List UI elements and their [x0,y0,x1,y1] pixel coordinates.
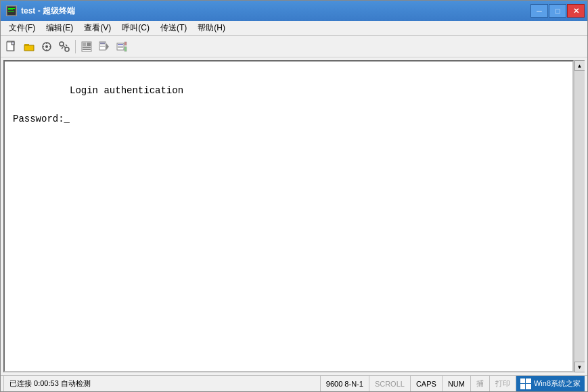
watermark: Win8系统之家 [516,376,585,391]
app-icon [6,5,17,16]
properties-button[interactable] [39,39,55,55]
watermark-text: Win8系统之家 [534,378,581,389]
transfer-button[interactable] [96,39,112,55]
svg-rect-21 [87,43,91,46]
toolbar-separator-1 [75,40,76,53]
titlebar: test - 超级终端 ─ □ ✕ [1,1,587,21]
svg-line-18 [66,45,67,46]
svg-rect-2 [8,9,13,10]
main-window: test - 超级终端 ─ □ ✕ 文件(F) 编辑(E) 查看(V) 呼叫(C… [0,0,588,392]
svg-rect-23 [83,49,91,50]
svg-rect-3 [8,11,14,11]
svg-marker-28 [106,43,109,50]
svg-rect-20 [83,43,86,46]
new-button[interactable] [3,39,20,55]
terminal-text: Login authentication Password:_ [13,70,564,141]
terminal-font-button[interactable] [78,39,95,55]
minimize-button[interactable]: ─ [530,4,548,18]
svg-rect-27 [100,46,105,47]
window-controls: ─ □ ✕ [530,4,585,18]
svg-rect-22 [83,47,91,48]
status-caps: CAPS [411,376,443,391]
statusbar: 已连接 0:00:53 自动检测 9600 8-N-1 SCROLL CAPS … [1,375,587,391]
svg-line-16 [63,45,66,48]
svg-rect-34 [125,47,127,51]
disconnect-button[interactable] [56,39,72,55]
terminal-content[interactable]: Login authentication Password:_ [3,60,574,372]
status-capture: 捕 [471,376,490,391]
status-connected: 已连接 0:00:53 自动检测 [3,376,321,391]
status-print: 打印 [490,376,516,391]
terminal-wrapper: Login authentication Password:_ ▲ ▼ [3,60,585,372]
titlebar-left: test - 超级终端 [6,5,75,17]
svg-rect-6 [12,42,14,45]
menu-help[interactable]: 帮助(H) [192,21,231,35]
toolbar [1,36,587,57]
status-baud: 9600 8-N-1 [321,376,369,391]
svg-point-9 [45,45,48,48]
main-area: Login authentication Password:_ ▲ ▼ [1,57,587,375]
close-button[interactable]: ✕ [567,4,585,18]
maximize-button[interactable]: □ [549,4,566,18]
menu-transfer[interactable]: 传送(T) [155,21,192,35]
svg-rect-1 [8,8,15,9]
status-num: NUM [443,376,471,391]
win8-logo-icon [520,378,531,389]
menubar: 文件(F) 编辑(E) 查看(V) 呼叫(C) 传送(T) 帮助(H) [1,21,587,36]
svg-rect-26 [100,45,105,45]
scrollbar-vertical[interactable]: ▲ ▼ [574,60,585,372]
config-button[interactable] [114,39,130,55]
menu-edit[interactable]: 编辑(E) [41,21,78,35]
terminal-line-1: Login authentication [70,85,183,96]
menu-view[interactable]: 查看(V) [78,21,116,35]
menu-call[interactable]: 呼叫(C) [116,21,155,35]
scroll-down-arrow[interactable]: ▼ [574,362,585,372]
svg-rect-25 [100,43,105,44]
svg-rect-31 [118,46,123,47]
window-title: test - 超级终端 [21,5,75,17]
status-scroll: SCROLL [369,376,411,391]
svg-rect-33 [125,42,127,45]
menu-file[interactable]: 文件(F) [3,21,41,35]
svg-line-17 [62,47,63,49]
scroll-up-arrow[interactable]: ▲ [574,60,585,71]
scrollbar-track[interactable] [574,71,585,362]
svg-rect-30 [118,44,123,45]
svg-rect-32 [118,47,123,48]
terminal-line-3: Password:_ [13,114,70,124]
open-button[interactable] [21,39,37,55]
